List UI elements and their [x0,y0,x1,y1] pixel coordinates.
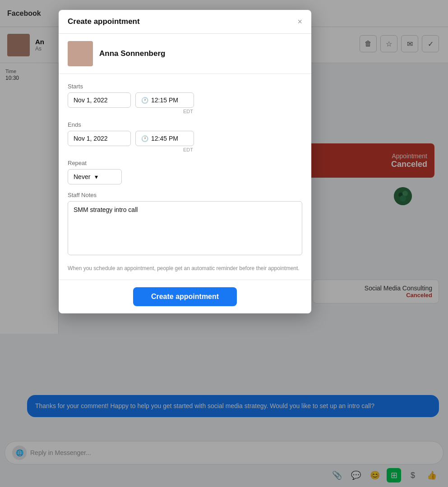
start-tz: EDT [183,109,194,114]
modal-close-button[interactable]: × [297,18,302,26]
starts-label: Starts [68,83,302,90]
end-time-wrapper: 🕐 12:45 PM EDT [135,131,194,152]
end-tz: EDT [183,147,194,152]
chevron-down-icon: ▾ [95,173,98,180]
repeat-select[interactable]: Never ▾ [68,169,122,184]
start-time-value: 12:15 PM [151,96,178,104]
end-date-input[interactable]: Nov 1, 2022 [68,131,131,146]
staff-notes-textarea[interactable]: SMM strategy intro call [68,201,302,255]
modal-title: Create appointment [68,17,140,26]
ends-label: Ends [68,121,302,128]
modal-contact-avatar [68,41,93,66]
modal-contact-row: Anna Sonnenberg [59,34,311,74]
repeat-group: Repeat Never ▾ [68,160,302,184]
modal-header: Create appointment × [59,10,311,34]
starts-group: Starts Nov 1, 2022 🕐 12:15 PM EDT [68,83,302,114]
start-time-wrapper: 🕐 12:15 PM EDT [135,92,194,114]
modal-body: Starts Nov 1, 2022 🕐 12:15 PM EDT Ends N… [59,74,311,280]
modal-contact-name: Anna Sonnenberg [99,49,165,58]
start-time-input[interactable]: 🕐 12:15 PM [135,92,194,108]
starts-datetime-row: Nov 1, 2022 🕐 12:15 PM EDT [68,92,302,114]
end-time-input[interactable]: 🕐 12:45 PM [135,131,194,146]
start-date-input[interactable]: Nov 1, 2022 [68,92,131,108]
repeat-label: Repeat [68,160,302,166]
clock-icon-start: 🕐 [141,97,148,104]
ends-datetime-row: Nov 1, 2022 🕐 12:45 PM EDT [68,131,302,152]
end-time-value: 12:45 PM [151,135,178,142]
modal-footer: Create appointment [59,280,311,313]
staff-notes-label: Staff Notes [68,192,302,198]
reminder-text: When you schedule an appointment, people… [68,264,302,280]
staff-notes-group: Staff Notes SMM strategy intro call [68,192,302,257]
create-appointment-button[interactable]: Create appointment [133,287,237,306]
ends-group: Ends Nov 1, 2022 🕐 12:45 PM EDT [68,121,302,152]
clock-icon-end: 🕐 [141,135,148,142]
create-appointment-modal: Create appointment × Anna Sonnenberg Sta… [59,10,311,313]
repeat-value: Never [74,173,90,180]
